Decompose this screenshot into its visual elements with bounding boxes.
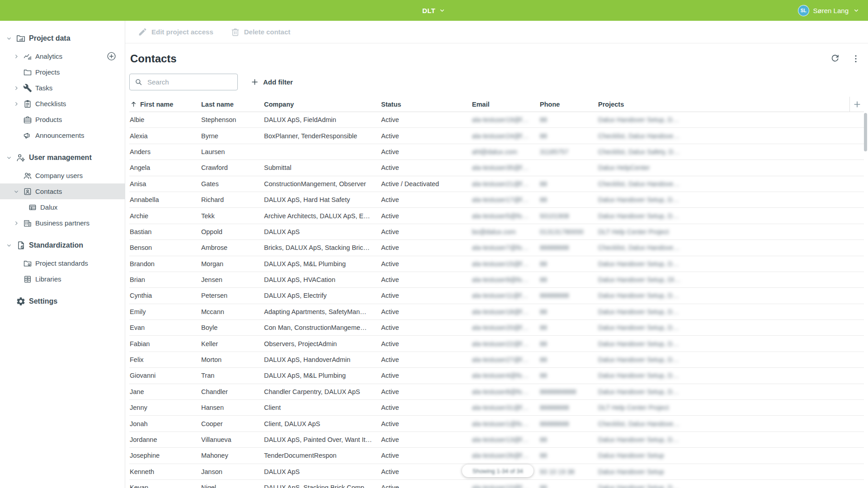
cell-phone: 88 [540, 276, 598, 283]
sidebar-item-company-users[interactable]: Company users [0, 168, 125, 183]
column-header-projects[interactable]: Projects [598, 101, 849, 108]
column-label: Status [381, 101, 401, 108]
table-row[interactable]: AlexiaByrneBoxPlanner, TenderResponsible… [129, 128, 864, 144]
sidebar-item-libraries[interactable]: Libraries [0, 271, 125, 287]
column-header-status[interactable]: Status [381, 101, 472, 108]
column-header-phone[interactable]: Phone [540, 101, 598, 108]
cell-company: Archive Architects, DALUX ApS, E… [264, 212, 381, 220]
table-row[interactable]: AnisaGatesConstructionMangement, Observe… [129, 176, 864, 192]
chevron-right-icon[interactable] [13, 100, 20, 108]
chevron-right-icon[interactable] [13, 84, 20, 92]
table-row[interactable]: JosephineMahoneyTenderDocumentResponActi… [129, 448, 864, 464]
chevron-down-icon[interactable] [5, 154, 13, 161]
table-row[interactable]: BastianOppoldDALUX ApSActivebo@dalux.com… [129, 224, 864, 240]
table-row[interactable]: KevanNigelDALUX ApS, Stacking Brick Comp… [129, 480, 864, 488]
kebab-menu-icon[interactable] [851, 54, 861, 64]
cell-status: Active [381, 468, 472, 475]
cell-phone: 013131780000 [540, 228, 598, 235]
table-row[interactable]: AndersLaursenActiveahl@dalux.com31185757… [129, 144, 864, 160]
user-menu[interactable]: SL Søren Lang [798, 5, 860, 16]
search-input[interactable] [146, 78, 233, 86]
cell-company: DALUX ApS, M&L Plumbing [264, 372, 381, 379]
cell-first: Fabian [129, 340, 201, 347]
sidebar-item-announcements[interactable]: Announcements [0, 127, 125, 143]
cell-first: Anders [129, 148, 201, 155]
sidebar-item-dalux[interactable]: Dalux [0, 199, 125, 215]
edit-project-access-label: Edit project access [151, 28, 213, 36]
sidebar-item-user-management[interactable]: User management [0, 148, 125, 168]
table-row[interactable]: CynthiaPetersenDALUX ApS, ElectrifyActiv… [129, 288, 864, 304]
table-row[interactable]: EvanBoyleCon Man, ConstructionMangeme…Ac… [129, 320, 864, 336]
table-row[interactable]: EmilyMccannAdapting Apartments, SafetyMa… [129, 304, 864, 320]
table-row[interactable]: BensonAmbroseBricks, DALUX ApS, Stacking… [129, 240, 864, 256]
column-header-company[interactable]: Company [264, 101, 381, 108]
cell-status: Active [381, 196, 472, 203]
sidebar: Project dataAnalyticsProjectsTasksCheckl… [0, 21, 125, 488]
table-scrollbar[interactable] [864, 113, 867, 151]
chevron-down-icon[interactable] [5, 35, 13, 42]
column-header-first-name[interactable]: First name [129, 100, 201, 108]
cell-phone: 88 [540, 356, 598, 363]
cell-status: Active [381, 212, 472, 220]
table-row[interactable]: AnnabellaRichardDALUX ApS, Hard Hat Safe… [129, 192, 864, 208]
chevron-right-icon[interactable] [13, 53, 20, 60]
cell-company: DALUX ApS, Stacking Brick Comp… [264, 484, 381, 488]
page-title: Contacts [130, 52, 177, 65]
table-row[interactable]: JonahCooperClient, DALUX ApSActiveala-te… [129, 416, 864, 432]
sidebar-item-tasks[interactable]: Tasks [0, 80, 125, 96]
sidebar-item-checklists[interactable]: Checklists [0, 96, 125, 112]
table-row[interactable]: BrandonMorganDALUX ApS, M&L PlumbingActi… [129, 256, 864, 272]
cell-company: DALUX ApS, HandoverAdmin [264, 356, 381, 363]
filter-bar: Add filter [129, 74, 868, 90]
add-filter-button[interactable]: Add filter [250, 78, 293, 86]
table-row[interactable]: FelixMortonDALUX ApS, HandoverAdminActiv… [129, 352, 864, 368]
chevron-down-icon[interactable] [5, 242, 13, 249]
sidebar-item-settings[interactable]: Settings [0, 291, 125, 311]
column-header-last-name[interactable]: Last name [201, 101, 264, 108]
table-row[interactable]: BrianJensenDALUX ApS, HVACationActiveala… [129, 272, 864, 288]
sidebar-item-project-data[interactable]: Project data [0, 28, 125, 48]
delete-contact-button[interactable]: Delete contact [231, 27, 291, 37]
table-row[interactable]: JordanneVillanuevaDALUX ApS, Painted Ove… [129, 432, 864, 448]
table-row[interactable]: AlbieStephensonDALUX ApS, FieldAdminActi… [129, 112, 864, 128]
table-row[interactable]: JaneChandlerChandler Carpentry, DALUX Ap… [129, 384, 864, 400]
refresh-icon[interactable] [830, 54, 840, 64]
sidebar-item-label: Dalux [40, 203, 57, 211]
sidebar-item-products[interactable]: Products [0, 112, 125, 127]
project-selector[interactable]: DLT [422, 7, 446, 14]
cell-status: Active [381, 116, 472, 123]
cell-first: Jordanne [129, 436, 201, 443]
project-data-icon [16, 33, 26, 43]
cell-status: Active [381, 484, 472, 488]
cell-email: ala-testuser1@fo… [472, 420, 540, 427]
table-row[interactable]: AngelaCrawfordSubmittalActiveala-testuse… [129, 160, 864, 176]
table-row[interactable]: GiovanniTranDALUX ApS, M&L PlumbingActiv… [129, 368, 864, 384]
sidebar-item-contacts[interactable]: Contacts [0, 183, 125, 199]
sidebar-item-projects[interactable]: Projects [0, 64, 125, 80]
chevron-down-icon[interactable] [13, 188, 20, 195]
edit-project-access-button[interactable]: Edit project access [138, 27, 213, 37]
cell-last: Chandler [201, 388, 264, 395]
cell-company: Submittal [264, 164, 381, 171]
sidebar-item-standardization[interactable]: Standardization [0, 235, 125, 255]
cell-email: ala-testuser21@f… [472, 180, 540, 188]
cell-email: ala-testuser35@f… [472, 164, 540, 171]
column-label: Projects [598, 101, 624, 108]
table-row[interactable]: FabianKellerObservers, ProjectAdminActiv… [129, 336, 864, 352]
sidebar-item-analytics[interactable]: Analytics [0, 48, 125, 64]
sidebar-item-project-standards[interactable]: Project standards [0, 255, 125, 271]
sidebar-item-label: Announcements [35, 131, 84, 139]
add-column-button[interactable] [849, 97, 864, 112]
chevron-right-icon[interactable] [13, 220, 20, 227]
sidebar-item-business-partners[interactable]: Business partners [0, 215, 125, 231]
plus-circle-button[interactable] [106, 51, 117, 61]
cell-email: ala-testuser15@f… [472, 260, 540, 267]
cell-email: ala-testuser31@f… [472, 404, 540, 411]
company-users-icon [23, 171, 32, 180]
cell-last: Ambrose [201, 244, 264, 251]
cell-email: ala-testuser8@fo… [472, 388, 540, 395]
column-header-email[interactable]: Email [472, 101, 540, 108]
table-row[interactable]: ArchieTekkArchive Architects, DALUX ApS,… [129, 208, 864, 224]
sort-ascending-icon [130, 100, 137, 108]
table-row[interactable]: JennyHansenClientActiveala-testuser31@f…… [129, 400, 864, 416]
